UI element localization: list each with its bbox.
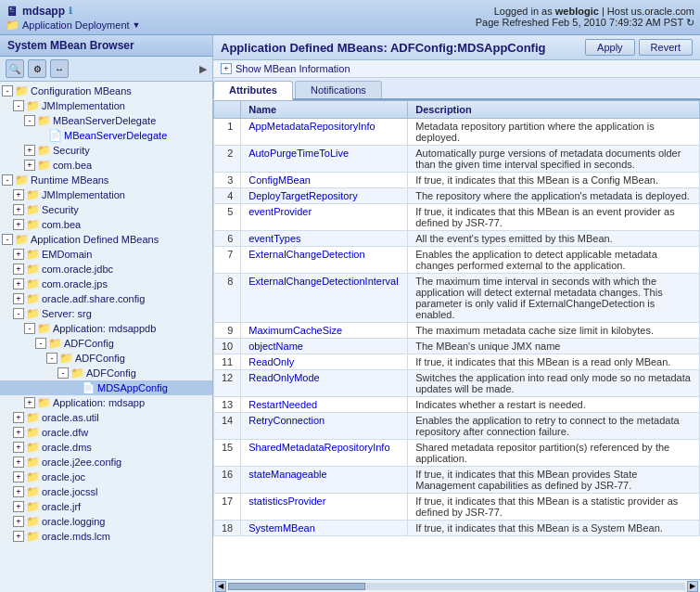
tree-toggle[interactable]: - — [2, 174, 13, 186]
tree-item-selected[interactable]: 📄 MDSAppConfig — [0, 380, 212, 395]
tree-item[interactable]: + 📁 EMDomain — [0, 247, 212, 262]
tree-item[interactable]: + 📁 Security — [0, 143, 212, 158]
tree-item[interactable]: + 📁 com.oracle.jdbc — [0, 262, 212, 277]
tree-toggle[interactable]: - — [24, 323, 35, 334]
tree-toggle[interactable]: + — [13, 249, 24, 260]
tree-toggle[interactable]: - — [13, 100, 24, 111]
tree-item[interactable]: + 📁 Security — [0, 202, 212, 217]
tree-toggle[interactable]: + — [13, 293, 24, 304]
scroll-left-arrow[interactable]: ◀ — [215, 581, 226, 592]
table-row[interactable]: 1 AppMetadataRepositoryInfo Metadata rep… — [214, 119, 700, 146]
search-icon[interactable]: 🔍 — [6, 59, 24, 78]
tree-toggle[interactable]: - — [2, 85, 13, 97]
tree-toggle[interactable]: + — [13, 264, 24, 275]
tree-toggle[interactable]: + — [13, 516, 24, 527]
dropdown-icon[interactable]: ▼ — [133, 20, 141, 30]
tree-item[interactable]: + 📁 oracle.j2ee.config — [0, 455, 212, 470]
app-subtitle[interactable]: 📁 Application Deployment ▼ — [6, 19, 141, 32]
row-name[interactable]: eventProvider — [241, 204, 408, 231]
tree-toggle[interactable]: - — [24, 115, 35, 126]
table-row[interactable]: 17 statisticsProvider If true, it indica… — [214, 494, 700, 521]
tree-item[interactable]: - 📁 JMImplementation — [0, 98, 212, 113]
tree-item[interactable]: + 📁 oracle.logging — [0, 514, 212, 529]
row-name[interactable]: AutoPurgeTimeToLive — [241, 146, 408, 173]
tree-toggle[interactable]: + — [24, 397, 35, 408]
tree-item[interactable]: + 📁 oracle.mds.lcm — [0, 529, 212, 544]
bottom-scroll[interactable]: ◀ ▶ — [213, 579, 700, 592]
table-row[interactable]: 14 RetryConnection Enables the applicati… — [214, 413, 700, 440]
tree-toggle[interactable]: + — [13, 457, 24, 468]
table-row[interactable]: 16 stateManageable If true, it indicates… — [214, 467, 700, 494]
mbean-info-bar[interactable]: + Show MBean Information — [213, 60, 700, 78]
tree-item[interactable]: + 📁 JMImplementation — [0, 187, 212, 202]
tree-item[interactable]: - 📁 Configuration MBeans — [0, 84, 212, 98]
row-name[interactable]: DeployTargetRepository — [241, 188, 408, 204]
tree-item[interactable]: + 📁 oracle.adf.share.config — [0, 291, 212, 306]
table-row[interactable]: 7 ExternalChangeDetection Enables the ap… — [214, 247, 700, 274]
row-name[interactable]: MaximumCacheSize — [241, 323, 408, 339]
tree-toggle[interactable]: + — [13, 412, 24, 423]
tree-item[interactable]: - 📁 ADFConfig — [0, 351, 212, 366]
tab-attributes[interactable]: Attributes — [213, 81, 293, 100]
tree-item[interactable]: + 📁 oracle.dfw — [0, 425, 212, 440]
row-name[interactable]: AppMetadataRepositoryInfo — [241, 119, 408, 146]
expand-icon[interactable]: + — [221, 63, 232, 74]
tree-toggle[interactable]: - — [13, 308, 24, 319]
tree-toggle[interactable]: - — [46, 353, 57, 364]
revert-button[interactable]: Revert — [639, 39, 693, 56]
scroll-right-arrow[interactable]: ▶ — [687, 581, 698, 592]
table-row[interactable]: 13 RestartNeeded Indicates whether a res… — [214, 397, 700, 413]
table-row[interactable]: 8 ExternalChangeDetectionInterval The ma… — [214, 274, 700, 323]
tree-toggle[interactable]: + — [24, 160, 35, 171]
row-name[interactable]: stateManageable — [241, 467, 408, 494]
tree-toggle[interactable]: + — [13, 219, 24, 230]
table-row[interactable]: 10 objectName The MBean's unique JMX nam… — [214, 339, 700, 354]
row-name[interactable]: RestartNeeded — [241, 397, 408, 413]
row-name[interactable]: SharedMetadataRepositoryInfo — [241, 440, 408, 467]
table-row[interactable]: 12 ReadOnlyMode Switches the application… — [214, 370, 700, 397]
tree-item[interactable]: - 📁 Application: mdsappdb — [0, 321, 212, 336]
table-row[interactable]: 11 ReadOnly If true, it indicates that t… — [214, 354, 700, 370]
table-row[interactable]: 5 eventProvider If true, it indicates th… — [214, 204, 700, 231]
tree-item[interactable]: + 📁 oracle.joc — [0, 470, 212, 484]
tree-toggle[interactable]: + — [13, 486, 24, 497]
tree-item[interactable]: - 📁 Server: srg — [0, 306, 212, 321]
tree-item[interactable]: - 📁 ADFConfig — [0, 336, 212, 351]
expand-icon[interactable]: ↔ — [50, 59, 69, 78]
tree-item[interactable]: + 📁 com.oracle.jps — [0, 277, 212, 291]
tree-item[interactable]: + 📁 Application: mdsapp — [0, 395, 212, 410]
tree-item[interactable]: + 📁 com.bea — [0, 217, 212, 232]
row-name[interactable]: eventTypes — [241, 231, 408, 247]
row-name[interactable]: ExternalChangeDetection — [241, 247, 408, 274]
table-row[interactable]: 9 MaximumCacheSize The maximum metadata … — [214, 323, 700, 339]
row-name[interactable]: objectName — [241, 339, 408, 354]
tree-item[interactable]: - 📁 MBeanServerDelegate — [0, 113, 212, 128]
tree-toggle[interactable]: + — [13, 531, 24, 542]
tree-item[interactable]: + 📁 oracle.as.util — [0, 410, 212, 425]
filter-icon[interactable]: ⚙ — [28, 59, 46, 78]
table-row[interactable]: 6 eventTypes All the event's types emitt… — [214, 231, 700, 247]
row-name[interactable]: ConfigMBean — [241, 173, 408, 188]
tree-toggle[interactable]: + — [13, 442, 24, 453]
table-container[interactable]: Name Description 1 AppMetadataRepository… — [213, 100, 700, 579]
tree-item[interactable]: + 📁 oracle.dms — [0, 440, 212, 455]
table-row[interactable]: 4 DeployTargetRepository The repository … — [214, 188, 700, 204]
row-name[interactable]: RetryConnection — [241, 413, 408, 440]
tree-toggle[interactable]: + — [13, 471, 24, 483]
refresh-icon[interactable]: ↻ — [686, 17, 694, 28]
tree-item[interactable]: + 📁 com.bea — [0, 158, 212, 173]
tree-item[interactable]: + 📁 oracle.jocssl — [0, 484, 212, 499]
tree-toggle[interactable]: + — [13, 501, 24, 512]
table-row[interactable]: 3 ConfigMBean If true, it indicates that… — [214, 173, 700, 188]
tree-item[interactable]: - 📁 ADFConfig — [0, 366, 212, 380]
tree-item[interactable]: - 📁 Application Defined MBeans — [0, 232, 212, 247]
tree-toggle[interactable]: - — [2, 234, 13, 245]
tree-toggle[interactable]: + — [13, 189, 24, 200]
tree-toggle[interactable]: + — [24, 145, 35, 156]
tree-toggle[interactable]: + — [13, 427, 24, 438]
row-name[interactable]: ExternalChangeDetectionInterval — [241, 274, 408, 323]
apply-button[interactable]: Apply — [585, 39, 635, 56]
tree-toggle[interactable]: - — [35, 338, 46, 349]
table-row[interactable]: 18 SystemMBean If true, it indicates tha… — [214, 521, 700, 536]
scroll-track[interactable] — [228, 583, 685, 590]
